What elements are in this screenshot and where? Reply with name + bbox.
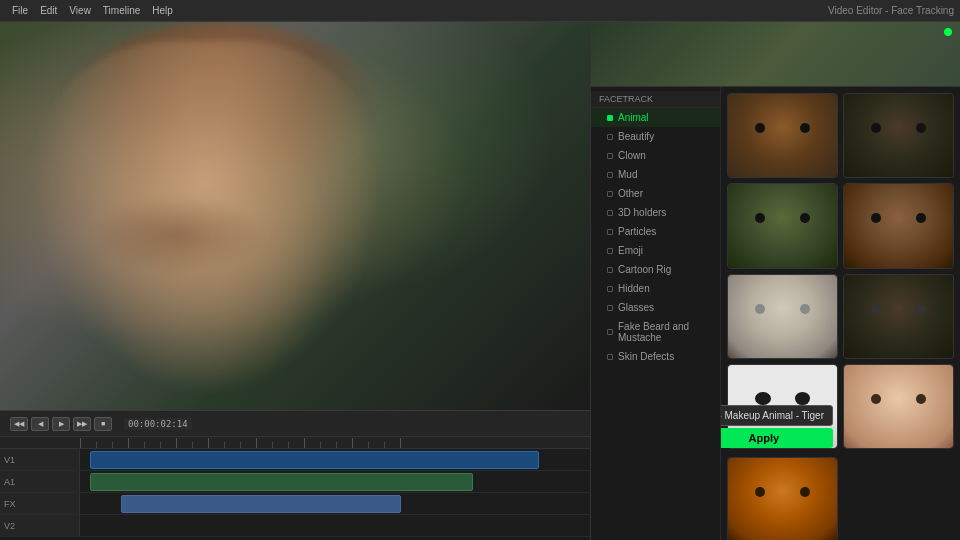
track-row-v1: V1 [0, 449, 590, 471]
thumb-dark[interactable] [843, 93, 954, 178]
play-controls: ◀◀ ◀ ▶ ▶▶ ■ [6, 417, 116, 431]
main-container: File Edit View Timeline Help Video Edito… [0, 0, 960, 540]
filter-dot-skindefects [607, 354, 613, 360]
smile-shadow [89, 197, 266, 275]
filter-dot-animal [607, 115, 613, 121]
ruler-mark-1 [80, 438, 81, 448]
filter-dot-fakebeard [607, 329, 613, 335]
menu-view[interactable]: View [63, 5, 97, 16]
thumb-woman[interactable] [843, 364, 954, 449]
green-status-dot [944, 28, 952, 36]
video-area: ◀◀ ◀ ▶ ▶▶ ■ 00:00:02:14 [0, 22, 590, 540]
timeline-toolbar: ◀◀ ◀ ▶ ▶▶ ■ 00:00:02:14 [0, 411, 590, 437]
play-fwd-btn[interactable]: ▶▶ [73, 417, 91, 431]
track-row-a1: A1 [0, 471, 590, 493]
filter-item-cartoonrig[interactable]: Cartoon Rig [591, 260, 720, 279]
prev-frame-btn[interactable]: ◀◀ [10, 417, 28, 431]
filter-label-other: Other [618, 188, 643, 199]
content-area: ◀◀ ◀ ▶ ▶▶ ■ 00:00:02:14 [0, 22, 960, 540]
filter-dot-other [607, 191, 613, 197]
filter-item-animal[interactable]: Animal [591, 108, 720, 127]
ruler-mark-19 [368, 442, 369, 448]
filter-item-emoji[interactable]: Emoji [591, 241, 720, 260]
filter-item-mud[interactable]: Mud [591, 165, 720, 184]
menu-timeline[interactable]: Timeline [97, 5, 146, 16]
ruler-mark-2 [96, 442, 97, 448]
filter-item-glasses[interactable]: Glasses [591, 298, 720, 317]
track-row-fx: FX [0, 493, 590, 515]
ruler-mark-11 [240, 442, 241, 448]
filter-label-3dholders: 3D holders [618, 207, 666, 218]
app-title: Video Editor - Face Tracking [828, 5, 954, 16]
track-clip-fx[interactable] [121, 495, 402, 513]
filter-item-particles[interactable]: Particles [591, 222, 720, 241]
timeline-tracks: V1 A1 FX [0, 449, 590, 540]
filter-label-particles: Particles [618, 226, 656, 237]
filter-dot-cartoonrig [607, 267, 613, 273]
ruler-mark-20 [384, 442, 385, 448]
ruler-mark-21 [400, 438, 401, 448]
menu-help[interactable]: Help [146, 5, 179, 16]
track-row-v2: V2 [0, 515, 590, 537]
filter-dot-beautify [607, 134, 613, 140]
track-clip-v1[interactable] [90, 451, 539, 469]
thumb-monkey[interactable] [843, 183, 954, 268]
filter-list: FaceTrack Animal Beautify Clown [591, 87, 721, 540]
thumb-tiger[interactable] [727, 457, 838, 540]
filter-label-fakebeard: Fake Beard and Mustache [618, 321, 712, 343]
thumb-dark2[interactable] [843, 274, 954, 359]
filter-item-skindefects[interactable]: Skin Defects [591, 347, 720, 366]
filter-label-mud: Mud [618, 169, 637, 180]
play-btn[interactable]: ▶ [52, 417, 70, 431]
track-label-v2: V2 [0, 515, 80, 536]
ruler-mark-9 [208, 438, 209, 448]
timeline-ruler [0, 437, 590, 449]
filter-dot-emoji [607, 248, 613, 254]
timecode: 00:00:02:14 [124, 418, 192, 430]
filter-item-fakebeard[interactable]: Fake Beard and Mustache [591, 317, 720, 347]
right-content: FaceTrack Animal Beautify Clown [591, 87, 960, 540]
track-content-a1[interactable] [80, 471, 590, 492]
ruler-mark-5 [144, 442, 145, 448]
thumb-zombie[interactable] [727, 183, 838, 268]
filter-label-animal: Animal [618, 112, 649, 123]
thumb-bear[interactable] [727, 93, 838, 178]
menu-edit[interactable]: Edit [34, 5, 63, 16]
filter-label-clown: Clown [618, 150, 646, 161]
track-label-fx: FX [0, 493, 80, 514]
track-content-v1[interactable] [80, 449, 590, 470]
menu-file[interactable]: File [6, 5, 34, 16]
stop-btn[interactable]: ■ [94, 417, 112, 431]
timeline-area: ◀◀ ◀ ▶ ▶▶ ■ 00:00:02:14 [0, 410, 590, 540]
play-back-btn[interactable]: ◀ [31, 417, 49, 431]
track-clip-a1[interactable] [90, 473, 473, 491]
ruler-mark-17 [336, 442, 337, 448]
filter-label-glasses: Glasses [618, 302, 654, 313]
ruler-mark-10 [224, 442, 225, 448]
filter-label-skindefects: Skin Defects [618, 351, 674, 362]
filter-dot-hidden [607, 286, 613, 292]
right-top-preview [591, 22, 960, 87]
filter-dot-mud [607, 172, 613, 178]
filter-item-clown[interactable]: Clown [591, 146, 720, 165]
track-content-fx[interactable] [80, 493, 590, 514]
ruler-mark-8 [192, 442, 193, 448]
filter-item-beautify[interactable]: Beautify [591, 127, 720, 146]
ruler-mark-18 [352, 438, 353, 448]
thumb-skull[interactable] [727, 274, 838, 359]
filter-item-other[interactable]: Other [591, 184, 720, 203]
top-bar: File Edit View Timeline Help Video Edito… [0, 0, 960, 22]
track-content-v2[interactable] [80, 515, 590, 536]
track-label-a1: A1 [0, 471, 80, 492]
filter-item-3dholders[interactable]: 3D holders [591, 203, 720, 222]
tooltip-text: FT - Makeup Animal - Tiger [721, 405, 833, 426]
apply-button[interactable]: Apply [721, 428, 833, 448]
thumb-panda[interactable]: FT - Makeup Animal - Tiger Apply [727, 364, 838, 449]
ruler-mark-12 [256, 438, 257, 448]
filter-label-beautify: Beautify [618, 131, 654, 142]
ruler-mark-16 [320, 442, 321, 448]
filter-item-hidden[interactable]: Hidden [591, 279, 720, 298]
animal-masks-grid: FT - Makeup Animal - Tiger Apply [727, 93, 954, 449]
filter-label-cartoonrig: Cartoon Rig [618, 264, 671, 275]
right-panel: FaceTrack Animal Beautify Clown [590, 22, 960, 540]
